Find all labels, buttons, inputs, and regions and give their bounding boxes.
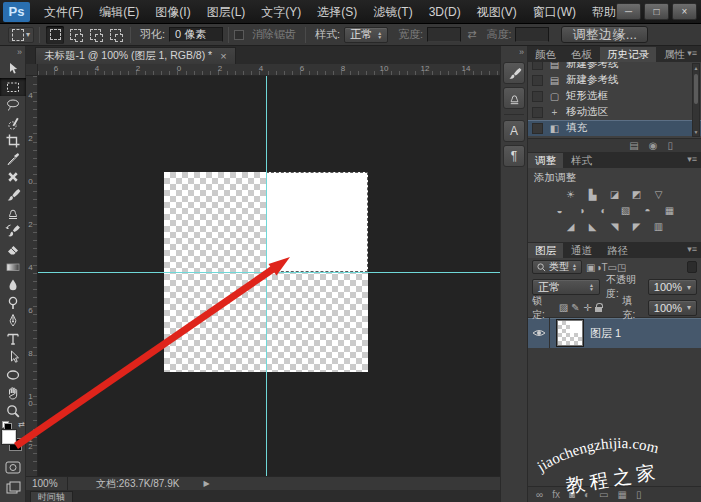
menu-item-4[interactable]: 文字(Y) — [253, 5, 309, 19]
intersect-selection-button[interactable] — [106, 26, 124, 44]
color-balance-adjustment-button[interactable]: ◑ — [573, 204, 590, 217]
layer-group-button[interactable]: ▭ — [599, 489, 608, 501]
brightness-contrast-adjustment-button[interactable]: ☀ — [562, 188, 579, 201]
swap-dimensions-icon[interactable]: ⇄ — [467, 28, 476, 41]
feather-input[interactable]: 0 像素 — [169, 27, 223, 42]
horizontal-type-tool[interactable] — [0, 330, 26, 348]
menu-item-1[interactable]: 编辑(E) — [91, 5, 147, 19]
tab-通道[interactable]: 通道 — [564, 243, 599, 258]
eyedropper-tool[interactable] — [0, 150, 26, 168]
close-tab-icon[interactable]: × — [220, 50, 226, 62]
add-to-selection-button[interactable] — [66, 26, 84, 44]
tab-调整[interactable]: 调整 — [528, 153, 563, 168]
link-layers-button[interactable]: ∞ — [536, 489, 543, 501]
panel-menu-icon[interactable]: ▾≡ — [687, 244, 697, 254]
menu-item-8[interactable]: 视图(V) — [469, 5, 525, 19]
levels-adjustment-button[interactable]: ▙ — [584, 188, 601, 201]
black-white-adjustment-button[interactable]: ◐ — [595, 204, 612, 217]
canvas-area[interactable] — [38, 76, 500, 476]
visibility-eye-icon[interactable] — [528, 318, 550, 348]
tab-样式[interactable]: 样式 — [564, 153, 599, 168]
lock-all-button[interactable] — [595, 307, 602, 312]
style-dropdown[interactable]: 正常 ▲▼ — [344, 27, 388, 43]
channel-mixer-adjustment-button[interactable]: ◓ — [639, 204, 656, 217]
exposure-adjustment-button[interactable]: ◩ — [628, 188, 645, 201]
zoom-level-field[interactable]: 100% — [26, 477, 68, 490]
delete-layer-button[interactable]: ▯ — [636, 489, 642, 501]
timeline-tab[interactable]: 时间轴 — [30, 491, 73, 502]
layer-mask-button[interactable]: ◙ — [569, 489, 575, 501]
lasso-tool[interactable] — [0, 96, 26, 114]
brush-tool[interactable] — [0, 186, 26, 204]
menu-item-5[interactable]: 选择(S) — [309, 5, 365, 19]
subtract-from-selection-button[interactable] — [86, 26, 104, 44]
history-brush-tool[interactable] — [0, 222, 26, 240]
panel-menu-icon[interactable]: ▾≡ — [687, 154, 697, 164]
scroll-down-icon[interactable]: ▼ — [693, 129, 699, 135]
tab-色板[interactable]: 色板 — [564, 47, 599, 62]
color-lookup-adjustment-button[interactable]: ▦ — [661, 204, 678, 217]
layer-row[interactable]: 图层 1 — [528, 318, 701, 348]
menu-item-0[interactable]: 文件(F) — [36, 5, 91, 19]
tab-历史记录[interactable]: 历史记录 — [600, 47, 656, 62]
default-colors-icon[interactable] — [2, 421, 9, 428]
foreground-color-swatch[interactable] — [2, 430, 16, 444]
history-brush-source-well[interactable] — [532, 91, 543, 102]
close-button[interactable]: × — [672, 3, 697, 20]
lock-image-pixels-button[interactable]: ✎ — [569, 302, 581, 313]
minimize-button[interactable]: ─ — [616, 3, 641, 20]
rectangular-marquee-tool[interactable] — [0, 78, 26, 96]
history-state[interactable]: +移动选区 — [528, 104, 701, 120]
lock-transparent-pixels-button[interactable]: ▨ — [557, 302, 569, 313]
menu-item-9[interactable]: 窗口(W) — [525, 5, 584, 19]
crop-tool[interactable] — [0, 132, 26, 150]
menu-item-2[interactable]: 图像(I) — [147, 5, 198, 19]
menu-item-6[interactable]: 滤镜(T) — [365, 5, 420, 19]
move-tool[interactable] — [0, 60, 26, 78]
panel-menu-icon[interactable]: ▾≡ — [687, 48, 697, 58]
history-state[interactable]: ◧填充 — [528, 120, 701, 136]
layer-filter-type-dropdown[interactable]: 类型 ▲▼ — [532, 260, 582, 274]
clone-source-panel-button[interactable] — [503, 87, 525, 109]
delete-button[interactable]: ▯ — [667, 140, 673, 152]
ellipse-shape-tool[interactable] — [0, 366, 26, 384]
tool-preset-picker[interactable]: ▾ — [8, 27, 34, 43]
width-input[interactable] — [427, 27, 461, 42]
collapse-toolbar-icon[interactable]: » — [0, 46, 25, 60]
brush-presets-panel-button[interactable] — [503, 62, 525, 84]
history-state[interactable]: ▢矩形选框 — [528, 88, 701, 104]
layer-filter-toggle[interactable] — [687, 261, 697, 273]
gradient-map-adjustment-button[interactable]: ◤ — [628, 220, 645, 233]
scrollbar-thumb[interactable] — [694, 74, 698, 104]
hand-tool[interactable] — [0, 384, 26, 402]
dodge-tool[interactable] — [0, 294, 26, 312]
opacity-dropdown[interactable]: 100% ▾ — [648, 279, 697, 295]
posterize-adjustment-button[interactable]: ◣ — [584, 220, 601, 233]
path-selection-tool[interactable] — [0, 348, 26, 366]
adjustment-layer-button[interactable]: ◐ — [584, 489, 590, 501]
zoom-tool[interactable] — [0, 402, 26, 420]
new-selection-button[interactable] — [46, 26, 64, 44]
selective-color-adjustment-button[interactable]: ▥ — [650, 220, 667, 233]
threshold-adjustment-button[interactable]: ◥ — [606, 220, 623, 233]
history-brush-source-well[interactable] — [532, 62, 543, 70]
refine-edge-button[interactable]: 调整边缘... — [561, 26, 647, 43]
document-tab[interactable]: 未标题-1 @ 100% (图层 1, RGB/8) * × — [35, 47, 236, 64]
swap-colors-icon[interactable]: ⇄ — [18, 420, 25, 429]
blur-tool[interactable] — [0, 276, 26, 294]
tab-路径[interactable]: 路径 — [600, 243, 635, 258]
antialias-checkbox[interactable] — [234, 30, 244, 40]
gradient-tool[interactable] — [0, 258, 26, 276]
history-brush-source-well[interactable] — [532, 75, 543, 86]
quick-selection-tool[interactable] — [0, 114, 26, 132]
clone-stamp-tool[interactable] — [0, 204, 26, 222]
curves-adjustment-button[interactable]: ◪ — [606, 188, 623, 201]
history-scrollbar[interactable]: ▲▼ — [692, 63, 700, 137]
layer-thumbnail[interactable] — [557, 320, 583, 346]
fill-dropdown[interactable]: 100% ▾ — [648, 300, 697, 316]
hue-saturation-adjustment-button[interactable]: ◒ — [551, 204, 568, 217]
expand-dock-icon[interactable]: » — [501, 46, 527, 59]
character-panel-button[interactable]: A — [503, 120, 525, 142]
photo-filter-adjustment-button[interactable]: ▧ — [617, 204, 634, 217]
maximize-button[interactable]: □ — [644, 3, 669, 20]
